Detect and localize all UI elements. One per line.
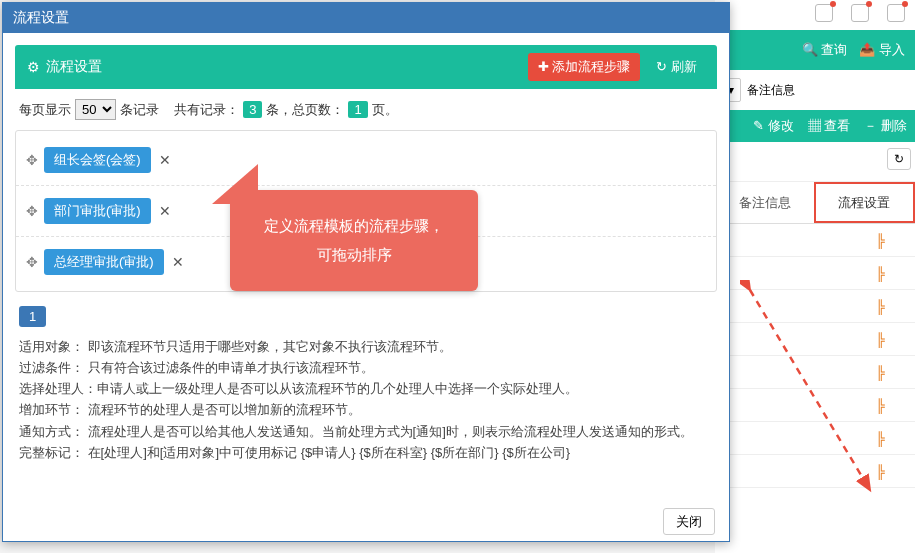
flow-setting-icon[interactable]: ╠ bbox=[876, 299, 885, 314]
help-line: 完整标记： 在[处理人]和[适用对象]中可使用标记 {$申请人} {$所在科室}… bbox=[19, 443, 713, 463]
small-btn[interactable]: ↻ bbox=[887, 148, 911, 170]
col-flow-setting: 流程设置 bbox=[814, 182, 916, 223]
help-line: 适用对象： 即该流程环节只适用于哪些对象，其它对象不执行该流程环节。 bbox=[19, 337, 713, 357]
pager-total-label: 共有记录： bbox=[174, 101, 239, 119]
flow-setting-icon[interactable]: ╠ bbox=[876, 233, 885, 248]
table-row: ╠ bbox=[715, 323, 915, 356]
delete-step-icon[interactable]: ✕ bbox=[157, 152, 173, 168]
drag-handle-icon[interactable]: ✥ bbox=[26, 152, 38, 168]
table-row: ╠ bbox=[715, 389, 915, 422]
query-button[interactable]: 查询 bbox=[802, 41, 848, 59]
action-bar-top: 查询 导入 bbox=[715, 30, 915, 70]
flow-setting-icon[interactable]: ╠ bbox=[876, 365, 885, 380]
drag-handle-icon[interactable]: ✥ bbox=[26, 254, 38, 270]
table-row: ╠ bbox=[715, 455, 915, 488]
step-tag[interactable]: 部门审批(审批) bbox=[44, 198, 151, 224]
step-tag[interactable]: 组长会签(会签) bbox=[44, 147, 151, 173]
refresh-button[interactable]: 刷新 bbox=[648, 53, 705, 81]
help-line: 选择处理人：申请人或上一级处理人是否可以从该流程环节的几个处理人中选择一个实际处… bbox=[19, 379, 713, 399]
delete-button[interactable]: 删除 bbox=[864, 117, 907, 135]
sub-row: ↻ bbox=[715, 142, 915, 182]
export-button[interactable]: 导入 bbox=[859, 41, 905, 59]
delete-step-icon[interactable]: ✕ bbox=[157, 203, 173, 219]
help-text: 适用对象： 即该流程环节只适用于哪些对象，其它对象不执行该流程环节。 过滤条件：… bbox=[15, 335, 717, 463]
panel-title: 流程设置 bbox=[46, 58, 102, 76]
close-button[interactable]: 关闭 bbox=[663, 508, 715, 535]
flow-setting-icon[interactable]: ╠ bbox=[876, 266, 885, 281]
gear-icon bbox=[27, 59, 40, 75]
pager-prefix: 每页显示 bbox=[19, 101, 71, 119]
pager-total-suffix: 条，总页数： bbox=[266, 101, 344, 119]
notif-icon-1[interactable] bbox=[815, 4, 833, 22]
action-bar-2: 修改 查看 删除 bbox=[715, 110, 915, 142]
callout-line1: 定义流程模板的流程步骤， bbox=[246, 212, 462, 241]
flow-setting-icon[interactable]: ╠ bbox=[876, 464, 885, 479]
pager-total-count: 3 bbox=[243, 101, 262, 118]
table-row: ╠ bbox=[715, 290, 915, 323]
notif-icon-3[interactable] bbox=[887, 4, 905, 22]
pager-page-suffix: 页。 bbox=[372, 101, 398, 119]
pager-suffix1: 条记录 bbox=[120, 101, 159, 119]
table-header: 备注信息 流程设置 bbox=[715, 182, 915, 224]
drag-handle-icon[interactable]: ✥ bbox=[26, 203, 38, 219]
background-page: 查询 导入 ▾ 备注信息 修改 查看 删除 ↻ 备注信息 流程设置 ╠ ╠ ╠ … bbox=[715, 0, 915, 553]
delete-step-icon[interactable]: ✕ bbox=[170, 254, 186, 270]
help-line: 过滤条件： 只有符合该过滤条件的申请单才执行该流程环节。 bbox=[19, 358, 713, 378]
pager-page-count: 1 bbox=[348, 101, 367, 118]
callout-line2: 可拖动排序 bbox=[246, 241, 462, 270]
help-line: 通知方式： 流程处理人是否可以给其他人发送通知。当前处理方式为[通知]时，则表示… bbox=[19, 422, 713, 442]
flow-setting-icon[interactable]: ╠ bbox=[876, 431, 885, 446]
pager-info: 每页显示 50 条记录 共有记录： 3 条，总页数： 1 页。 bbox=[15, 89, 717, 130]
table-row: ╠ bbox=[715, 224, 915, 257]
flow-setting-icon[interactable]: ╠ bbox=[876, 398, 885, 413]
per-page-select[interactable]: 50 bbox=[75, 99, 116, 120]
filter-row: ▾ 备注信息 bbox=[715, 70, 915, 110]
table-row: ╠ bbox=[715, 257, 915, 290]
step-tag[interactable]: 总经理审批(审批) bbox=[44, 249, 164, 275]
view-button[interactable]: 查看 bbox=[808, 117, 851, 135]
notif-icon-2[interactable] bbox=[851, 4, 869, 22]
add-step-button[interactable]: 添加流程步骤 bbox=[528, 53, 641, 81]
flow-setting-icon[interactable]: ╠ bbox=[876, 332, 885, 347]
panel-header: 流程设置 添加流程步骤 刷新 bbox=[15, 45, 717, 89]
annotation-callout: 定义流程模板的流程步骤， 可拖动排序 bbox=[230, 190, 478, 291]
table-row: ╠ bbox=[715, 356, 915, 389]
edit-button[interactable]: 修改 bbox=[753, 117, 794, 135]
modal-title: 流程设置 bbox=[3, 3, 729, 33]
top-icons bbox=[715, 0, 915, 30]
remark-label: 备注信息 bbox=[747, 82, 795, 99]
help-line: 增加环节： 流程环节的处理人是否可以增加新的流程环节。 bbox=[19, 400, 713, 420]
page-number[interactable]: 1 bbox=[19, 306, 46, 327]
table-row: ╠ bbox=[715, 422, 915, 455]
step-row: ✥ 组长会签(会签) ✕ bbox=[16, 135, 716, 185]
